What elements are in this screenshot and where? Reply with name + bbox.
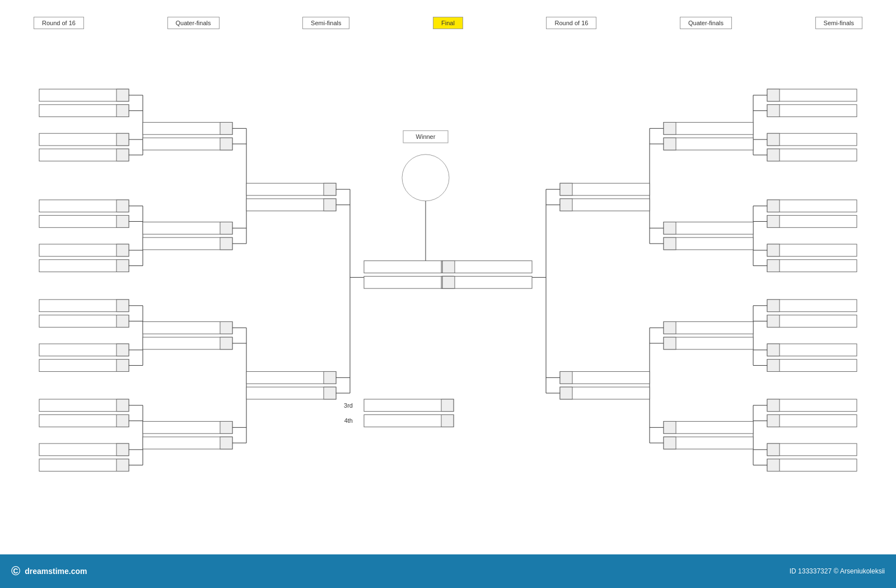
svg-rect-116	[767, 260, 857, 272]
svg-rect-8	[39, 200, 129, 212]
svg-rect-122	[767, 344, 857, 356]
svg-rect-105	[767, 105, 780, 117]
svg-rect-18	[39, 315, 129, 328]
svg-rect-48	[143, 237, 232, 250]
svg-rect-159	[560, 199, 650, 211]
svg-rect-104	[767, 105, 857, 117]
svg-rect-117	[767, 260, 780, 272]
svg-rect-178	[664, 437, 676, 449]
svg-rect-6	[39, 149, 129, 161]
svg-rect-40	[220, 138, 232, 150]
header-labels: Round of 16 Quater-finals Semi-finals Fi…	[0, 17, 896, 29]
svg-rect-15	[116, 260, 129, 272]
svg-rect-168	[664, 337, 753, 349]
svg-rect-20	[39, 344, 129, 356]
svg-rect-29	[116, 444, 129, 456]
svg-rect-14	[39, 260, 129, 272]
svg-rect-39	[143, 138, 232, 150]
svg-rect-16	[39, 300, 129, 312]
svg-rect-167	[664, 321, 676, 334]
svg-rect-74	[220, 421, 232, 433]
svg-rect-47	[220, 222, 232, 234]
svg-rect-17	[116, 300, 129, 312]
svg-rect-3	[116, 105, 129, 117]
svg-rect-151	[664, 237, 676, 250]
svg-rect-186	[560, 387, 650, 399]
svg-rect-177	[664, 437, 753, 449]
svg-rect-82	[246, 371, 336, 384]
svg-rect-83	[324, 371, 336, 384]
svg-rect-93	[441, 261, 454, 273]
svg-rect-76	[220, 437, 232, 449]
svg-rect-140	[664, 122, 676, 134]
svg-rect-30	[39, 459, 129, 472]
bracket-lines: 3rd 4th	[34, 45, 862, 543]
svg-rect-113	[767, 216, 780, 228]
svg-rect-124	[767, 360, 857, 372]
svg-rect-49	[220, 237, 232, 250]
svg-rect-184	[560, 371, 650, 384]
svg-rect-120	[767, 315, 857, 328]
svg-rect-125	[767, 360, 780, 372]
svg-text:Winner: Winner	[416, 133, 436, 140]
svg-rect-94	[364, 276, 454, 288]
bracket-area: 3rd 4th	[34, 45, 862, 543]
svg-text:4th: 4th	[344, 417, 353, 424]
svg-rect-160	[560, 199, 572, 211]
svg-rect-157	[560, 183, 650, 195]
svg-rect-57	[246, 199, 336, 211]
svg-rect-128	[767, 415, 857, 427]
svg-rect-126	[767, 399, 857, 412]
svg-rect-118	[767, 300, 857, 312]
svg-rect-102	[767, 89, 857, 101]
svg-rect-133	[767, 459, 780, 472]
right-round16-label: Round of 16	[546, 17, 596, 29]
svg-rect-148	[664, 222, 753, 234]
svg-rect-127	[767, 399, 780, 412]
svg-rect-187	[560, 387, 572, 399]
svg-rect-176	[664, 421, 676, 433]
footer-id: ID 133337327	[790, 567, 832, 575]
svg-rect-4	[39, 133, 129, 146]
svg-rect-111	[767, 200, 780, 212]
svg-rect-85	[324, 387, 336, 399]
svg-rect-21	[116, 344, 129, 356]
svg-rect-58	[324, 199, 336, 211]
svg-rect-98	[364, 415, 454, 427]
svg-rect-99	[441, 415, 454, 427]
svg-rect-66	[143, 337, 232, 349]
svg-rect-196	[442, 276, 532, 288]
svg-rect-150	[664, 237, 753, 250]
svg-rect-109	[767, 149, 780, 161]
svg-rect-27	[116, 415, 129, 427]
svg-rect-56	[324, 183, 336, 195]
svg-rect-130	[767, 444, 857, 456]
svg-rect-19	[116, 315, 129, 328]
svg-rect-13	[116, 244, 129, 256]
svg-rect-23	[116, 360, 129, 372]
svg-rect-55	[246, 183, 336, 195]
svg-rect-26	[39, 415, 129, 427]
svg-rect-112	[767, 216, 857, 228]
footer-logo: dreamstime.com	[25, 567, 87, 576]
svg-rect-103	[767, 89, 780, 101]
footer: © dreamstime.com ID 133337327 © Arseniuk…	[0, 554, 896, 588]
svg-rect-108	[767, 149, 857, 161]
svg-rect-75	[143, 437, 232, 449]
svg-text:3rd: 3rd	[344, 402, 353, 409]
svg-rect-96	[364, 399, 454, 412]
svg-rect-132	[767, 459, 857, 472]
svg-rect-142	[664, 138, 676, 150]
svg-rect-7	[116, 149, 129, 161]
svg-rect-24	[39, 399, 129, 412]
svg-rect-198	[403, 130, 448, 143]
svg-rect-38	[220, 122, 232, 134]
footer-left: © dreamstime.com	[11, 564, 87, 578]
svg-rect-195	[442, 261, 455, 273]
svg-rect-28	[39, 444, 129, 456]
svg-rect-10	[39, 216, 129, 228]
svg-rect-129	[767, 415, 780, 427]
svg-rect-5	[116, 133, 129, 146]
svg-rect-141	[664, 138, 753, 150]
svg-rect-158	[560, 183, 572, 195]
